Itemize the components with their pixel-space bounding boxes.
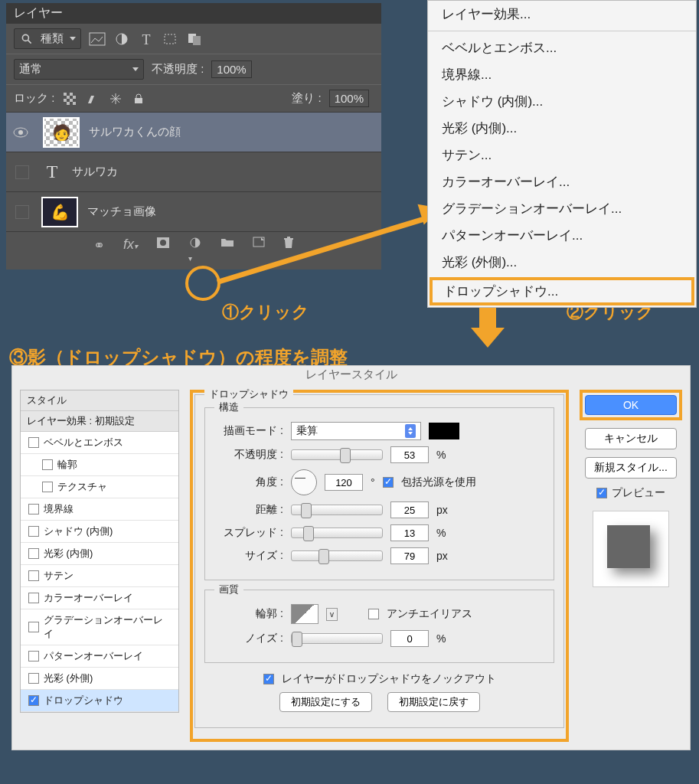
menu-item-inner-glow[interactable]: 光彩 (内側)... bbox=[428, 115, 696, 142]
lock-position-icon[interactable] bbox=[108, 93, 123, 105]
style-color-overlay[interactable]: カラーオーバーレイ bbox=[21, 587, 178, 609]
antialias-checkbox[interactable] bbox=[368, 609, 379, 619]
menu-item-drop-shadow[interactable]: ドロップシャドウ... bbox=[433, 280, 691, 302]
size-slider[interactable] bbox=[291, 550, 383, 561]
cancel-button[interactable]: キャンセル bbox=[585, 428, 677, 449]
menu-item-gradient-overlay[interactable]: グラデーションオーバーレイ... bbox=[428, 195, 696, 222]
style-outer-glow[interactable]: 光彩 (外側) bbox=[21, 668, 178, 690]
layers-panel-title: レイヤー bbox=[6, 3, 381, 24]
menu-item-outer-glow[interactable]: 光彩 (外側)... bbox=[428, 249, 696, 276]
ok-button[interactable]: OK bbox=[585, 395, 677, 415]
checkbox[interactable] bbox=[28, 437, 39, 448]
link-layers-icon[interactable]: ⚭ bbox=[93, 237, 105, 265]
style-bevel[interactable]: ベベルとエンボス bbox=[21, 432, 178, 454]
style-contour[interactable]: 輪郭 bbox=[21, 454, 178, 476]
visibility-toggle[interactable] bbox=[12, 126, 34, 139]
folder-icon[interactable] bbox=[220, 237, 234, 265]
visibility-toggle[interactable] bbox=[15, 165, 29, 179]
checkbox[interactable] bbox=[28, 526, 39, 537]
filter-shape-icon[interactable] bbox=[162, 32, 179, 46]
style-inner-shadow[interactable]: シャドウ (内側) bbox=[21, 521, 178, 543]
layer-row-text[interactable]: T サルワカ bbox=[6, 152, 381, 191]
style-texture[interactable]: テクスチャ bbox=[21, 476, 178, 498]
new-layer-icon[interactable] bbox=[253, 237, 265, 265]
shadow-color-swatch[interactable] bbox=[429, 423, 459, 439]
distance-slider[interactable] bbox=[291, 505, 383, 515]
menu-item-stroke[interactable]: 境界線... bbox=[428, 61, 696, 88]
lock-pixels-icon[interactable] bbox=[85, 93, 100, 105]
layer-row-macho[interactable]: 💪 マッチョ画像 bbox=[6, 191, 381, 231]
size-input[interactable] bbox=[390, 547, 429, 564]
checkbox[interactable] bbox=[28, 504, 39, 514]
knockout-checkbox[interactable] bbox=[263, 674, 274, 684]
style-gradient-overlay[interactable]: グラデーションオーバーレイ bbox=[21, 609, 178, 645]
menu-item-satin[interactable]: サテン... bbox=[428, 142, 696, 168]
layer-name: マッチョ画像 bbox=[87, 204, 156, 219]
checkbox[interactable] bbox=[42, 459, 53, 470]
contour-picker[interactable] bbox=[291, 604, 318, 624]
fx-button[interactable]: fx▾ bbox=[123, 237, 138, 265]
checkbox[interactable] bbox=[28, 673, 39, 684]
annotation-click1: ①クリック bbox=[222, 301, 309, 324]
distance-input[interactable] bbox=[390, 501, 429, 518]
lock-transparency-icon[interactable] bbox=[62, 93, 77, 105]
global-light-checkbox[interactable] bbox=[383, 477, 394, 488]
filter-image-icon[interactable] bbox=[89, 32, 106, 46]
new-style-button[interactable]: 新規スタイル... bbox=[585, 457, 677, 479]
style-pattern-overlay[interactable]: パターンオーバーレイ bbox=[21, 645, 178, 668]
spread-input[interactable] bbox=[390, 524, 429, 541]
svg-point-12 bbox=[18, 130, 23, 135]
fill-value-box[interactable]: 100% bbox=[329, 90, 369, 107]
contour-dropdown-caret[interactable]: v bbox=[326, 608, 338, 621]
svg-rect-6 bbox=[193, 36, 201, 45]
opacity-label: 不透明度 : bbox=[152, 62, 204, 77]
size-row: サイズ : px bbox=[214, 547, 544, 564]
blend-mode-select[interactable]: 乗算 bbox=[291, 422, 421, 440]
style-stroke[interactable]: 境界線 bbox=[21, 498, 178, 521]
unit-label: % bbox=[436, 632, 446, 645]
noise-slider[interactable] bbox=[291, 633, 383, 644]
checkbox[interactable] bbox=[28, 622, 39, 632]
checkbox[interactable] bbox=[28, 593, 39, 603]
opacity-slider[interactable] bbox=[291, 449, 383, 460]
visibility-toggle[interactable] bbox=[15, 205, 29, 219]
menu-item-color-overlay[interactable]: カラーオーバーレイ... bbox=[428, 168, 696, 195]
opacity-value-box[interactable]: 100% bbox=[211, 60, 251, 78]
spread-slider[interactable] bbox=[291, 528, 383, 538]
checkbox-checked[interactable] bbox=[28, 695, 39, 706]
blend-mode-label: 描画モード : bbox=[214, 424, 283, 438]
styles-header[interactable]: スタイル bbox=[21, 390, 178, 411]
lock-label: ロック : bbox=[14, 91, 54, 106]
filter-kind-dropdown[interactable]: 種類 bbox=[14, 28, 81, 49]
unit-label: % bbox=[436, 449, 446, 461]
reset-default-button[interactable]: 初期設定に戻す bbox=[387, 692, 480, 712]
style-satin[interactable]: サテン bbox=[21, 565, 178, 587]
filter-text-icon[interactable]: T bbox=[138, 32, 155, 46]
blending-options-header[interactable]: レイヤー効果 : 初期設定 bbox=[21, 411, 178, 432]
make-default-button[interactable]: 初期設定にする bbox=[279, 692, 372, 712]
style-inner-glow[interactable]: 光彩 (内側) bbox=[21, 543, 178, 565]
angle-input[interactable] bbox=[325, 474, 363, 491]
opacity-input[interactable] bbox=[390, 446, 429, 463]
noise-label: ノイズ : bbox=[214, 632, 283, 645]
checkbox[interactable] bbox=[42, 482, 53, 492]
menu-item-layer-effects[interactable]: レイヤー効果... bbox=[428, 1, 696, 28]
angle-dial[interactable] bbox=[291, 469, 317, 495]
menu-item-bevel[interactable]: ベベルとエンボス... bbox=[428, 34, 696, 61]
blend-mode-row: 描画モード : 乗算 bbox=[214, 422, 544, 440]
blend-mode-dropdown[interactable]: 通常 bbox=[14, 59, 144, 80]
filter-smartobject-icon[interactable] bbox=[187, 32, 204, 46]
style-drop-shadow[interactable]: ドロップシャドウ bbox=[21, 690, 178, 712]
preview-checkbox[interactable] bbox=[596, 488, 607, 498]
menu-item-inner-shadow[interactable]: シャドウ (内側)... bbox=[428, 88, 696, 115]
checkbox[interactable] bbox=[28, 570, 39, 581]
noise-input[interactable] bbox=[390, 630, 429, 647]
checkbox[interactable] bbox=[28, 651, 39, 662]
adjustment-icon[interactable]: ▾ bbox=[188, 237, 202, 265]
mask-icon[interactable] bbox=[156, 237, 170, 265]
layer-row-face[interactable]: 🧑 サルワカくんの顔 bbox=[6, 112, 381, 152]
filter-adjustment-icon[interactable] bbox=[113, 32, 130, 46]
lock-all-icon[interactable] bbox=[131, 93, 146, 105]
checkbox[interactable] bbox=[28, 548, 39, 559]
menu-item-pattern-overlay[interactable]: パターンオーバーレイ... bbox=[428, 222, 696, 249]
